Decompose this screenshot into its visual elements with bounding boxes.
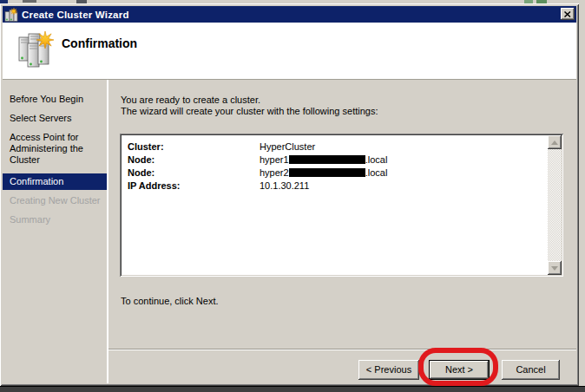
wizard-titlebar-icon (4, 8, 18, 22)
setting-label: Cluster: (128, 140, 260, 154)
window-title: Create Cluster Wizard (22, 10, 129, 20)
intro-line-1: You are ready to create a cluster. (121, 95, 378, 106)
previous-button[interactable]: < Previous (358, 360, 419, 380)
setting-label: Node: (128, 167, 260, 180)
cancel-button[interactable]: Cancel (502, 360, 560, 380)
sidebar-item-access-point: Access Point for Administering the Clust… (3, 132, 107, 166)
cluster-servers-star-icon (17, 29, 57, 75)
intro-line-2: The wizard will create your cluster with… (121, 106, 378, 117)
next-button[interactable]: Next > (429, 360, 490, 380)
setting-label: Node: (128, 154, 260, 167)
setting-value: 10.1.30.211 (260, 180, 309, 193)
scroll-down-button[interactable] (548, 261, 562, 275)
setting-row-ip-address: IP Address: 10.1.30.211 (128, 180, 541, 193)
triangle-up-icon (551, 140, 558, 145)
close-icon (564, 11, 571, 17)
screenshot-root: Create Cluster Wizard (0, 0, 585, 392)
button-area-divider (108, 349, 576, 350)
setting-row-node-1: Node: hyper1.local (128, 154, 541, 167)
setting-value: hyper2.local (260, 167, 387, 180)
wizard-header: Confirmation (3, 23, 576, 80)
sidebar-item-select-servers: Select Servers (3, 113, 107, 124)
redaction-box (289, 168, 365, 177)
sidebar-item-creating-new-cluster: Creating New Cluster (3, 195, 107, 206)
cluster-settings-list[interactable]: Cluster: HyperCluster Node: hyper1.local… (120, 134, 563, 277)
page-title: Confirmation (62, 36, 137, 50)
redaction-box (289, 155, 365, 164)
continue-hint: To continue, click Next. (121, 296, 219, 306)
sidebar-item-summary: Summary (3, 214, 107, 225)
triangle-down-icon (551, 266, 558, 271)
sidebar-item-before-you-begin: Before You Begin (3, 94, 107, 105)
setting-row-node-2: Node: hyper2.local (128, 167, 541, 180)
setting-row-cluster: Cluster: HyperCluster (128, 140, 541, 154)
scroll-up-button[interactable] (548, 135, 562, 149)
intro-text: You are ready to create a cluster. The w… (121, 95, 378, 117)
background-window-edge-bottom (0, 386, 585, 392)
wizard-body: Before You Begin Select Servers Access P… (3, 80, 576, 383)
background-artifact (23, 0, 36, 3)
setting-value: hyper1.local (260, 154, 387, 167)
create-cluster-wizard-window: Create Cluster Wizard (0, 3, 579, 386)
setting-label: IP Address: (128, 180, 260, 193)
wizard-content: You are ready to create a cluster. The w… (108, 80, 576, 383)
settings-scrollbar[interactable] (548, 135, 562, 275)
settings-rows: Cluster: HyperCluster Node: hyper1.local… (128, 140, 541, 193)
titlebar[interactable]: Create Cluster Wizard (3, 6, 576, 23)
sidebar-item-confirmation: Confirmation (3, 173, 107, 190)
setting-value: HyperCluster (260, 140, 315, 154)
wizard-steps-sidebar: Before You Begin Select Servers Access P… (3, 80, 107, 392)
close-button[interactable] (561, 8, 575, 20)
